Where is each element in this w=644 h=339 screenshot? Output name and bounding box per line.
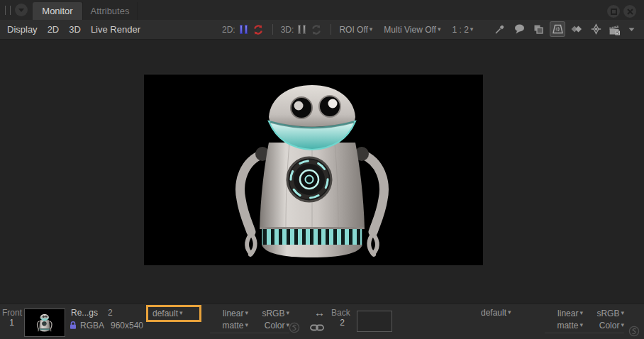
monitor-footer: Front 1 Re...gs 2 RGBA 960x540 default▾ … — [0, 304, 644, 339]
sync-icon — [252, 24, 264, 35]
float-pane-icon — [611, 9, 617, 15]
eyedropper-button[interactable] — [493, 22, 507, 36]
pane-grip-icon[interactable] — [5, 6, 11, 15]
back-matte-dropdown[interactable]: matte▾ — [546, 321, 583, 330]
front-matte-dropdown[interactable]: matte▾ — [211, 321, 248, 330]
tab-attributes[interactable]: Attributes — [82, 2, 138, 20]
front-colorspace-dropdown[interactable]: linear▾ — [211, 309, 248, 318]
ratio-label: 1 : 2 — [452, 25, 468, 35]
front-channel-view-dropdown[interactable]: Color▾ — [252, 321, 289, 330]
comment-button[interactable] — [512, 22, 526, 36]
dropdown-caret-icon: ▾ — [245, 321, 248, 328]
back-channel-view-label: Color — [599, 321, 620, 330]
back-view-transform-dropdown[interactable]: default▾ — [481, 308, 511, 318]
dropdown-caret-icon: ▾ — [179, 309, 183, 316]
back-colorspace-label: linear — [557, 309, 578, 318]
close-pane-button[interactable] — [623, 5, 636, 18]
front-view-transform-highlight: default▾ — [146, 305, 201, 322]
front-render-swirl-icon[interactable] — [289, 322, 300, 333]
clapperboard-icon — [608, 23, 622, 35]
dropdown-caret-icon: ▾ — [579, 309, 583, 316]
front-thumbnail-robot — [26, 310, 64, 335]
link-buffers-icon[interactable] — [310, 323, 324, 332]
menu-3d[interactable]: 3D — [69, 24, 81, 35]
menu-live-render[interactable]: Live Render — [91, 24, 140, 35]
back-thumbnail[interactable] — [357, 311, 392, 332]
back-matte-label: matte — [557, 321, 578, 330]
layers-icon — [533, 23, 544, 35]
front-node-name[interactable]: Re...gs — [71, 308, 98, 318]
snapshot-dropdown[interactable] — [627, 22, 635, 36]
eyedropper-icon — [494, 23, 506, 35]
roi-label: ROI Off — [339, 25, 367, 35]
back-colorspace-dropdown[interactable]: linear▾ — [546, 309, 583, 318]
divider — [272, 24, 273, 35]
chevron-down-icon — [628, 27, 635, 32]
front-display-label: sRGB — [262, 309, 284, 318]
dropdown-caret-icon: ▾ — [508, 309, 511, 316]
dropdown-caret-icon: ▾ — [470, 26, 474, 33]
back-buffer-label: Back — [331, 308, 350, 318]
speech-bubble-icon — [513, 23, 526, 35]
render-image — [144, 74, 483, 265]
multi-view-dropdown[interactable]: Multi View Off▾ — [384, 25, 440, 35]
tab-monitor[interactable]: Monitor — [33, 2, 82, 20]
compare-button[interactable] — [570, 22, 584, 36]
pause-bar — [240, 25, 243, 34]
ratio-dropdown[interactable]: 1 : 2▾ — [452, 25, 473, 35]
front-matte-label: matte — [222, 321, 243, 330]
swap-front-back-button[interactable]: ↔ — [314, 306, 325, 318]
back-view-transform-label: default — [481, 308, 506, 318]
front-view-transform-label: default — [152, 309, 178, 318]
back-display-dropdown[interactable]: sRGB▾ — [587, 309, 624, 318]
label-2d: 2D: — [222, 25, 235, 35]
tab-attributes-label: Attributes — [91, 6, 130, 16]
pause-bar — [245, 25, 248, 34]
pause-2d-button[interactable] — [240, 25, 248, 35]
menu-bar: Display 2D 3D Live Render — [7, 20, 140, 39]
tab-monitor-label: Monitor — [42, 6, 72, 16]
render-controls: 2D: 3D: — [222, 20, 473, 39]
back-render-swirl-icon[interactable] — [628, 326, 640, 337]
label-3d: 3D: — [281, 25, 294, 35]
monitor-pane: Monitor Attributes Display 2D 3D Live Re… — [0, 0, 644, 339]
monitor-toolbar: Display 2D 3D Live Render 2D: 3D: — [0, 20, 644, 40]
sync-2d-button[interactable] — [252, 23, 265, 36]
multi-view-label: Multi View Off — [384, 25, 436, 35]
back-display-label: sRGB — [596, 309, 619, 318]
front-buffer-number: 1 — [1, 318, 14, 328]
front-buffer-label: Front — [2, 308, 22, 318]
monitor-viewport[interactable] — [0, 40, 644, 304]
close-icon — [627, 9, 633, 15]
front-display-dropdown[interactable]: sRGB▾ — [252, 309, 289, 318]
toolbar-icon-buttons — [493, 22, 635, 36]
front-thumbnail[interactable] — [24, 309, 65, 337]
sync-disabled-icon — [311, 24, 322, 35]
back-channel-view-dropdown[interactable]: Color▾ — [587, 321, 624, 330]
front-view-transform-dropdown[interactable]: default▾ — [152, 309, 183, 318]
lock-icon[interactable] — [69, 321, 77, 330]
menu-display[interactable]: Display — [7, 24, 38, 35]
chevron-down-icon — [18, 7, 25, 13]
front-pass-count: 2 — [108, 308, 113, 318]
front-channel-view-label: Color — [265, 321, 285, 330]
dropdown-caret-icon: ▾ — [438, 26, 441, 33]
float-pane-button[interactable] — [607, 5, 620, 18]
pause-3d-button[interactable] — [298, 25, 306, 35]
layers-button[interactable] — [531, 22, 545, 36]
pane-menu-button[interactable] — [15, 4, 28, 16]
pixel-probe-icon — [552, 23, 564, 35]
crosshair-target-icon — [590, 23, 602, 35]
dropdown-caret-icon: ▾ — [286, 309, 289, 316]
pixel-probe-button[interactable] — [550, 22, 565, 36]
double-diamond-icon — [570, 23, 583, 35]
menu-2d[interactable]: 2D — [48, 24, 60, 35]
sync-3d-button[interactable] — [310, 23, 323, 36]
roi-dropdown[interactable]: ROI Off▾ — [339, 25, 372, 35]
dropdown-caret-icon: ▾ — [621, 309, 624, 316]
robot-render-graphic — [144, 74, 483, 265]
dropdown-caret-icon: ▾ — [370, 26, 373, 33]
snapshot-button[interactable] — [608, 22, 622, 36]
tab-bar: Monitor Attributes — [0, 0, 644, 20]
locate-button[interactable] — [589, 22, 603, 36]
